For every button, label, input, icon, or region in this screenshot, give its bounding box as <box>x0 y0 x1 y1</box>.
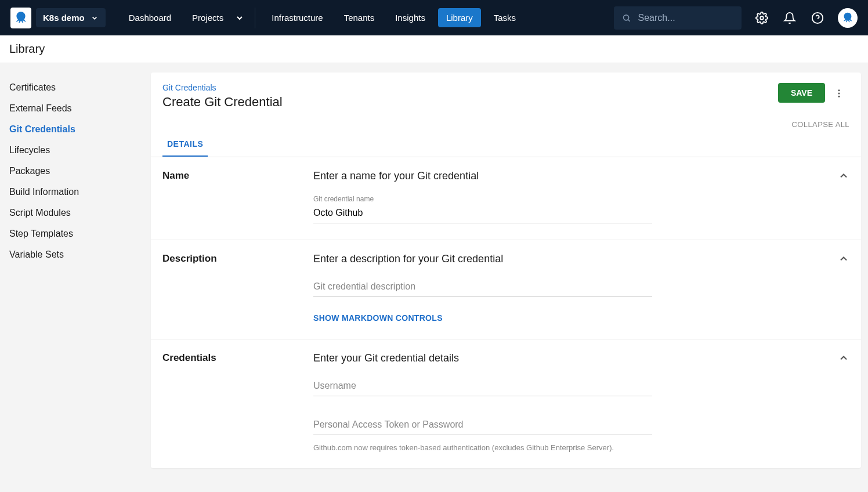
space-name: K8s demo <box>43 13 85 23</box>
nav-items: Dashboard Projects Infrastructure Tenant… <box>121 8 524 28</box>
bell-icon <box>783 12 796 24</box>
chevron-up-icon <box>838 170 849 182</box>
user-avatar[interactable] <box>838 8 858 28</box>
collapse-all-button[interactable]: COLLAPSE ALL <box>151 110 861 133</box>
subheader-title: Library <box>9 42 45 56</box>
name-prompt: Enter a name for your Git credential <box>313 170 849 182</box>
chevron-down-icon[interactable] <box>235 13 244 23</box>
gear-icon <box>755 12 768 24</box>
octopus-icon <box>13 10 28 26</box>
chevron-up-icon <box>838 352 849 364</box>
description-input[interactable] <box>313 278 652 297</box>
section-label-name: Name <box>162 170 313 223</box>
svg-point-6 <box>838 93 840 95</box>
logo[interactable] <box>10 8 31 28</box>
search-icon <box>622 13 631 23</box>
notifications-button[interactable] <box>782 10 797 26</box>
collapse-toggle-credentials[interactable] <box>838 352 849 366</box>
sidebar-item-step-templates[interactable]: Step Templates <box>9 223 142 244</box>
sidebar-item-certificates[interactable]: Certificates <box>9 77 142 98</box>
section-name: Name Enter a name for your Git credentia… <box>151 157 861 240</box>
section-credentials: Credentials Enter your Git credential de… <box>151 339 861 468</box>
nav-item-infrastructure[interactable]: Infrastructure <box>263 8 331 27</box>
show-markdown-button[interactable]: SHOW MARKDOWN CONTROLS <box>313 313 849 323</box>
section-description: Description Enter a description for your… <box>151 240 861 339</box>
chevron-up-icon <box>838 253 849 265</box>
sidebar-item-variable-sets[interactable]: Variable Sets <box>9 244 142 265</box>
svg-line-1 <box>628 19 630 21</box>
topnav: K8s demo Dashboard Projects Infrastructu… <box>0 0 868 35</box>
octopus-icon <box>841 12 854 24</box>
nav-item-insights[interactable]: Insights <box>387 8 433 27</box>
sidebar-item-script-modules[interactable]: Script Modules <box>9 202 142 223</box>
sidebar: Certificates External Feeds Git Credenti… <box>0 63 151 492</box>
section-label-description: Description <box>162 253 313 323</box>
help-icon <box>811 12 824 24</box>
username-input[interactable] <box>313 377 652 396</box>
nav-item-dashboard[interactable]: Dashboard <box>121 8 179 27</box>
search-box[interactable] <box>614 6 742 30</box>
nav-item-tasks[interactable]: Tasks <box>486 8 524 27</box>
help-button[interactable] <box>810 10 825 26</box>
collapse-toggle-description[interactable] <box>838 253 849 267</box>
nav-divider <box>255 8 255 28</box>
svg-point-5 <box>838 89 840 91</box>
sidebar-item-packages[interactable]: Packages <box>9 161 142 182</box>
svg-point-0 <box>624 15 629 20</box>
pat-input[interactable] <box>313 416 652 435</box>
sidebar-item-lifecycles[interactable]: Lifecycles <box>9 140 142 161</box>
breadcrumb[interactable]: Git Credentials <box>162 83 778 92</box>
sidebar-item-build-information[interactable]: Build Information <box>9 182 142 202</box>
description-prompt: Enter a description for your Git credent… <box>313 253 849 265</box>
svg-point-7 <box>838 96 840 97</box>
name-input[interactable] <box>313 204 652 223</box>
collapse-toggle-name[interactable] <box>838 170 849 184</box>
settings-button[interactable] <box>754 10 769 26</box>
page-title: Create Git Credential <box>162 95 778 110</box>
sidebar-item-external-feeds[interactable]: External Feeds <box>9 98 142 119</box>
tab-details[interactable]: DETAILS <box>162 133 208 157</box>
main-card: Git Credentials Create Git Credential SA… <box>151 73 861 468</box>
sidebar-item-git-credentials[interactable]: Git Credentials <box>9 119 142 140</box>
tabs: DETAILS <box>151 133 861 157</box>
subheader: Library <box>0 35 868 63</box>
more-actions-button[interactable] <box>829 83 849 104</box>
chevron-down-icon <box>91 14 99 22</box>
space-selector[interactable]: K8s demo <box>36 8 106 27</box>
search-input[interactable] <box>637 12 733 24</box>
save-button[interactable]: SAVE <box>778 83 825 103</box>
name-field-label: Git credential name <box>313 195 652 203</box>
nav-item-tenants[interactable]: Tenants <box>336 8 383 27</box>
more-vertical-icon <box>834 88 844 99</box>
nav-item-projects[interactable]: Projects <box>184 8 232 27</box>
nav-item-library[interactable]: Library <box>438 8 481 27</box>
credentials-helper: Github.com now requires token-based auth… <box>313 443 849 452</box>
credentials-prompt: Enter your Git credential details <box>313 352 849 364</box>
section-label-credentials: Credentials <box>162 352 313 452</box>
svg-point-2 <box>760 16 764 20</box>
